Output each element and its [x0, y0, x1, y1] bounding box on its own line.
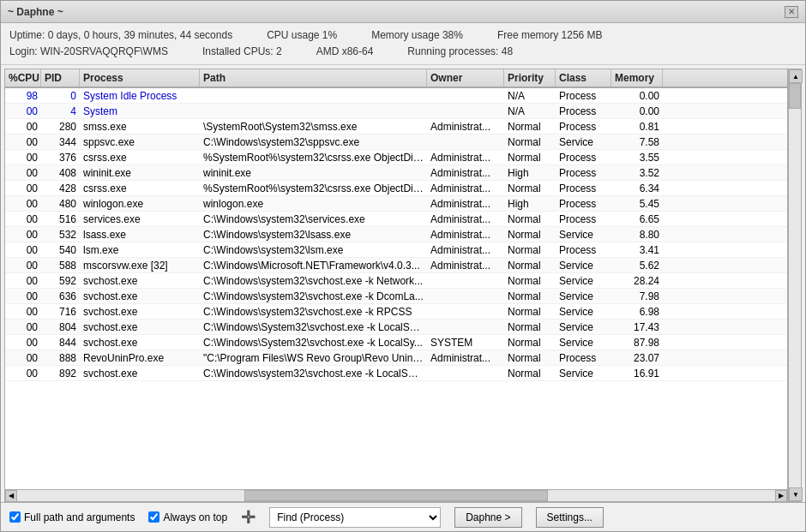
cell-cpu: 00	[5, 182, 41, 195]
cell-owner	[427, 141, 504, 143]
v-scroll-track[interactable]	[789, 83, 801, 487]
table-area: %CPU PID Process Path Owner Priority Cla…	[1, 65, 805, 502]
v-scroll-down[interactable]: ▼	[789, 487, 803, 501]
cell-path	[200, 111, 427, 112]
cell-path: C:\Windows\System32\svchost.exe -k Local…	[200, 320, 427, 334]
table-row[interactable]: 00 804 svchost.exe C:\Windows\System32\s…	[5, 320, 787, 335]
cell-pid: 480	[41, 197, 80, 211]
table-row[interactable]: 00 892 svchost.exe C:\Windows\system32\s…	[5, 366, 787, 381]
cell-memory: 28.24	[611, 274, 663, 288]
cell-cpu: 00	[5, 243, 41, 257]
cpu-usage-label: CPU usage 1%	[267, 27, 337, 44]
cell-priority: Normal	[504, 259, 556, 272]
cell-priority: Normal	[504, 243, 556, 257]
header-process[interactable]: Process	[80, 69, 200, 87]
cell-path: C:\Windows\system32\svchost.exe -k Netwo…	[200, 274, 427, 288]
table-row[interactable]: 00 588 mscorsvw.exe [32] C:\Windows\Micr…	[5, 258, 787, 273]
table-row[interactable]: 00 480 winlogon.exe winlogon.exe Adminis…	[5, 196, 787, 212]
header-owner[interactable]: Owner	[427, 69, 504, 87]
installed-cpus-label: Installed CPUs: 2	[202, 44, 282, 60]
table-row[interactable]: 00 844 svchost.exe C:\Windows\System32\s…	[5, 335, 787, 350]
settings-button[interactable]: Settings...	[536, 507, 604, 528]
cell-memory: 5.45	[611, 197, 663, 211]
table-row[interactable]: 00 636 svchost.exe C:\Windows\system32\s…	[5, 289, 787, 304]
v-scroll-up[interactable]: ▲	[789, 69, 803, 83]
arch-label: AMD x86-64	[316, 44, 374, 60]
table-row[interactable]: 00 344 sppsvc.exe C:\Windows\system32\sp…	[5, 134, 787, 150]
cell-path: C:\Windows\system32\svchost.exe -k DcomL…	[200, 290, 427, 303]
cell-class: Service	[556, 259, 611, 272]
cell-owner	[427, 296, 504, 297]
table-row[interactable]: 00 532 lsass.exe C:\Windows\system32\lsa…	[5, 227, 787, 242]
always-on-top-checkbox-item[interactable]: Always on top	[148, 511, 227, 523]
table-body[interactable]: 98 0 System Idle Process N/A Process 0.0…	[5, 88, 787, 489]
cell-class: Service	[556, 274, 611, 288]
cell-path: C:\Windows\Microsoft.NET\Framework\v4.0.…	[200, 259, 427, 272]
daphne-button[interactable]: Daphne >	[454, 507, 521, 528]
cell-process: svchost.exe	[80, 336, 200, 350]
cell-process: System	[80, 105, 200, 118]
cell-owner: Administrat...	[427, 166, 504, 180]
table-row[interactable]: 00 4 System N/A Process 0.00	[5, 104, 787, 119]
cell-cpu: 00	[5, 212, 41, 226]
cell-memory: 3.41	[611, 243, 663, 257]
h-scroll-thumb[interactable]	[244, 490, 548, 501]
cell-memory: 0.81	[611, 120, 663, 134]
table-row[interactable]: 00 516 services.exe C:\Windows\system32\…	[5, 212, 787, 227]
cell-pid: 592	[41, 274, 80, 288]
cell-process: winlogon.exe	[80, 197, 200, 211]
table-row[interactable]: 00 376 csrss.exe %SystemRoot%\system32\c…	[5, 150, 787, 165]
table-row[interactable]: 00 716 svchost.exe C:\Windows\system32\s…	[5, 304, 787, 320]
always-on-top-checkbox[interactable]	[148, 511, 159, 523]
cell-process: csrss.exe	[80, 151, 200, 164]
cell-memory: 23.07	[611, 351, 663, 365]
cell-cpu: 00	[5, 320, 41, 334]
header-path[interactable]: Path	[200, 69, 427, 87]
cell-path: wininit.exe	[200, 166, 427, 180]
header-priority[interactable]: Priority	[504, 69, 556, 87]
table-row[interactable]: 00 592 svchost.exe C:\Windows\system32\s…	[5, 273, 787, 289]
cell-path: C:\Windows\system32\svchost.exe -k Local…	[200, 367, 427, 380]
header-memory[interactable]: Memory	[611, 69, 663, 87]
cell-owner: Administrat...	[427, 243, 504, 257]
h-scroll-track[interactable]	[17, 490, 775, 501]
full-path-checkbox-item[interactable]: Full path and arguments	[9, 511, 135, 523]
v-scrollbar[interactable]: ▲ ▼	[788, 69, 802, 502]
table-row[interactable]: 98 0 System Idle Process N/A Process 0.0…	[5, 88, 787, 104]
h-scroll-right[interactable]: ▶	[775, 490, 787, 502]
header-cpu[interactable]: %CPU	[5, 69, 41, 87]
h-scrollbar[interactable]: ◀ ▶	[5, 489, 787, 501]
header-class[interactable]: Class	[556, 69, 611, 87]
cell-pid: 344	[41, 135, 80, 149]
find-dropdown[interactable]: Find (Process) Find (Path) Find (Owner)	[269, 507, 441, 528]
table-row[interactable]: 00 540 lsm.exe C:\Windows\system32\lsm.e…	[5, 242, 787, 258]
cell-process: smss.exe	[80, 120, 200, 134]
cell-path: C:\Windows\system32\svchost.exe -k RPCSS	[200, 305, 427, 319]
cell-memory: 16.91	[611, 367, 663, 380]
table-row[interactable]: 00 428 csrss.exe %SystemRoot%\system32\c…	[5, 181, 787, 196]
full-path-checkbox[interactable]	[9, 511, 21, 523]
find-select[interactable]: Find (Process) Find (Path) Find (Owner)	[269, 507, 441, 528]
h-scroll-left[interactable]: ◀	[5, 490, 17, 502]
cell-cpu: 00	[5, 166, 41, 180]
cell-path: winlogon.exe	[200, 197, 427, 211]
header-pid[interactable]: PID	[41, 69, 80, 87]
cell-priority: Normal	[504, 320, 556, 334]
cell-class: Service	[556, 320, 611, 334]
cell-memory: 5.62	[611, 259, 663, 272]
cell-priority: High	[504, 166, 556, 180]
cell-owner	[427, 95, 504, 97]
cell-process: wininit.exe	[80, 166, 200, 180]
table-row[interactable]: 00 408 wininit.exe wininit.exe Administr…	[5, 165, 787, 181]
cell-priority: Normal	[504, 135, 556, 149]
close-button[interactable]: ✕	[785, 6, 798, 18]
cell-owner: Administrat...	[427, 120, 504, 134]
table-row[interactable]: 00 888 RevoUninPro.exe "C:\Program Files…	[5, 350, 787, 366]
table-row[interactable]: 00 280 smss.exe \SystemRoot\System32\sms…	[5, 119, 787, 134]
always-on-top-label: Always on top	[163, 511, 227, 523]
v-scroll-thumb[interactable]	[789, 83, 801, 109]
cell-cpu: 00	[5, 228, 41, 242]
cell-priority: N/A	[504, 89, 556, 103]
cell-class: Process	[556, 243, 611, 257]
cell-class: Process	[556, 89, 611, 103]
